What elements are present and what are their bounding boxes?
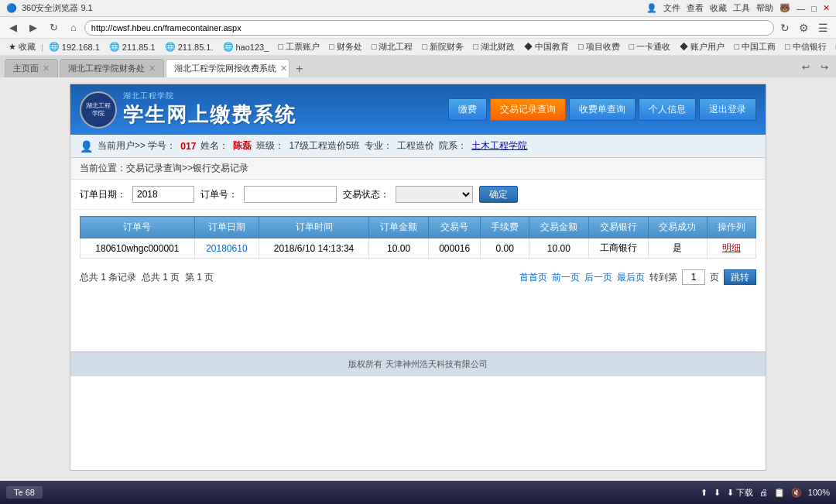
filter-status-select[interactable]: 成功 失败 xyxy=(396,186,473,203)
cell-success: 是 xyxy=(648,238,708,259)
nav-profile[interactable]: 个人信息 xyxy=(639,98,696,121)
title-tools[interactable]: 工具 xyxy=(733,2,750,14)
tab-payment-close[interactable]: ✕ xyxy=(280,63,287,74)
prev-page-link[interactable]: 前一页 xyxy=(552,271,580,284)
header-logo: 湖北工程 学院 湖北工程学院 学生网上缴费系统 xyxy=(80,91,296,129)
bookmark-9[interactable]: □ 湖北财政 xyxy=(469,40,519,53)
logo-icon: 湖北工程 学院 xyxy=(80,91,117,129)
taskbar-icon-download[interactable]: ⬇ 下载 xyxy=(727,487,753,499)
col-fee: 手续费 xyxy=(481,217,529,238)
bookmark-16[interactable]: □ 孝感市门 xyxy=(832,40,836,53)
taskbar-zoom: 100% xyxy=(808,488,830,497)
taskbar-icon-2[interactable]: ⬇ xyxy=(714,488,721,498)
bookmarks-bar: ★ 收藏 | 🌐 192.168.1 🌐 211.85.1 🌐 211.85.1… xyxy=(0,39,836,56)
header-main-title: 学生网上缴费系统 xyxy=(123,101,296,129)
menu-action[interactable]: ☰ xyxy=(815,20,831,36)
total-pages: 总共 1 页 xyxy=(142,272,180,283)
bookmark-4[interactable]: 🌐 hao123_ xyxy=(219,41,273,53)
back-button[interactable]: ◀ xyxy=(5,19,22,36)
title-file[interactable]: 文件 xyxy=(663,2,680,14)
bookmark-6[interactable]: □ 财务处 xyxy=(325,40,366,53)
app-footer: 版权所有 天津神州浩天科技有限公司 xyxy=(70,351,766,376)
major-label: 专业： xyxy=(365,139,392,153)
pagination-row: 总共 1 条记录 总共 1 页 第 1 页 首首页 前一页 后一页 最后页 转到… xyxy=(70,265,766,290)
taskbar: Te 68 ⬆ ⬇ ⬇ 下载 🖨 📋 🔇 100% xyxy=(0,481,836,504)
taskbar-icon-3[interactable]: 🖨 xyxy=(759,488,768,497)
table-row: 180610whgc000001 20180610 2018/6/10 14:1… xyxy=(81,238,756,259)
page-unit: 页 xyxy=(710,271,719,284)
current-page: 第 1 页 xyxy=(185,272,214,283)
taskbar-icon-4[interactable]: 📋 xyxy=(774,488,785,498)
bookmark-3[interactable]: 🌐 211.85.1. xyxy=(161,41,218,53)
col-order-no: 订单号 xyxy=(81,217,195,238)
bookmark-star[interactable]: ★ 收藏 xyxy=(5,40,39,53)
jump-button[interactable]: 跳转 xyxy=(724,269,756,285)
student-dept: 土木工程学院 xyxy=(471,139,527,153)
tab-payment[interactable]: 湖北工程学院网报收费系统 ✕ xyxy=(166,59,290,77)
browser-toolbar: ◀ ▶ ↻ ⌂ ↻ ⚙ ☰ xyxy=(0,17,836,39)
bookmark-13[interactable]: ◆ 账户用户 xyxy=(676,40,728,53)
first-page-link[interactable]: 首首页 xyxy=(519,271,547,284)
data-table-container: 订单号 订单日期 订单时间 订单金额 交易号 手续费 交易金额 交易银行 交易成… xyxy=(70,210,766,265)
home-button[interactable]: ⌂ xyxy=(66,19,81,36)
bookmark-14[interactable]: □ 中国工商 xyxy=(730,40,779,53)
order-date-link[interactable]: 20180610 xyxy=(206,243,247,254)
tab-home-close[interactable]: ✕ xyxy=(43,63,50,74)
title-help[interactable]: 帮助 xyxy=(756,2,773,14)
bookmark-11[interactable]: □ 项目收费 xyxy=(574,40,624,53)
title-collect[interactable]: 收藏 xyxy=(710,2,727,14)
page-jump-input[interactable] xyxy=(682,269,705,285)
bookmark-15[interactable]: □ 中信银行 xyxy=(781,40,831,53)
cell-trade-no: 000016 xyxy=(428,238,480,259)
refresh-button[interactable]: ↻ xyxy=(45,19,63,36)
bookmark-1[interactable]: 🌐 192.168.1 xyxy=(45,41,104,53)
filter-order-label: 订单号： xyxy=(200,188,238,201)
window-minimize[interactable]: — xyxy=(797,4,805,13)
tab-home[interactable]: 主页面 ✕ xyxy=(5,59,58,77)
header-nav: 缴费 交易记录查询 收费单查询 个人信息 退出登录 xyxy=(448,98,756,121)
taskbar-icon-1[interactable]: ⬆ xyxy=(701,488,708,498)
name-label: 姓名： xyxy=(200,139,228,153)
detail-link[interactable]: 明细 xyxy=(722,242,741,253)
tab-forward-button[interactable]: ↪ xyxy=(817,60,831,74)
tab-back-button[interactable]: ↩ xyxy=(799,60,813,74)
settings-action[interactable]: ⚙ xyxy=(796,20,812,36)
taskbar-browser[interactable]: Te 68 xyxy=(6,486,43,499)
browser-logo: 🔵 xyxy=(6,3,17,13)
title-view[interactable]: 查看 xyxy=(687,2,704,14)
bookmark-7[interactable]: □ 湖北工程 xyxy=(368,40,417,53)
tab-finance-close[interactable]: ✕ xyxy=(149,63,156,74)
col-action: 操作列 xyxy=(708,217,756,238)
nav-bills[interactable]: 收费单查询 xyxy=(569,98,636,121)
bookmark-2[interactable]: 🌐 211.85.1 xyxy=(105,41,159,53)
bookmark-10[interactable]: ◆ 中国教育 xyxy=(520,40,573,53)
next-page-link[interactable]: 后一页 xyxy=(584,271,612,284)
tab-add-button[interactable]: + xyxy=(291,60,307,77)
forward-button[interactable]: ▶ xyxy=(25,19,42,36)
window-close[interactable]: ✕ xyxy=(823,3,830,13)
breadcrumb: 当前位置：交易记录查询>>银行交易记录 xyxy=(70,158,766,180)
cell-bank: 工商银行 xyxy=(588,238,648,259)
class-label: 班级： xyxy=(256,139,284,153)
filter-order-input[interactable] xyxy=(244,186,337,203)
tab-finance[interactable]: 湖北工程学院财务处 ✕ xyxy=(60,59,164,77)
nav-logout[interactable]: 退出登录 xyxy=(699,98,756,121)
nav-records[interactable]: 交易记录查询 xyxy=(490,98,566,121)
filter-confirm-button[interactable]: 确定 xyxy=(479,186,518,203)
address-bar[interactable] xyxy=(84,20,774,36)
taskbar-icon-5[interactable]: 🔇 xyxy=(791,488,802,498)
bookmark-8[interactable]: □ 新院财务 xyxy=(418,40,468,53)
refresh-action[interactable]: ↻ xyxy=(777,20,793,36)
col-bank: 交易银行 xyxy=(588,217,648,238)
filter-date-input[interactable] xyxy=(132,186,194,203)
col-trade-no: 交易号 xyxy=(428,217,480,238)
titlebar-right: 👤 文件 查看 收藏 工具 帮助 🐻 — □ ✕ xyxy=(646,2,830,14)
nav-pay[interactable]: 缴费 xyxy=(448,98,487,121)
window-maximize[interactable]: □ xyxy=(811,4,817,13)
taskbar-right: ⬆ ⬇ ⬇ 下载 🖨 📋 🔇 100% xyxy=(701,487,830,499)
bookmark-12[interactable]: □ 一卡通收 xyxy=(625,40,675,53)
table-header-row: 订单号 订单日期 订单时间 订单金额 交易号 手续费 交易金额 交易银行 交易成… xyxy=(81,217,756,238)
col-order-amount: 订单金额 xyxy=(369,217,429,238)
last-page-link[interactable]: 最后页 xyxy=(617,271,645,284)
bookmark-5[interactable]: □ 工票账户 xyxy=(274,40,324,53)
